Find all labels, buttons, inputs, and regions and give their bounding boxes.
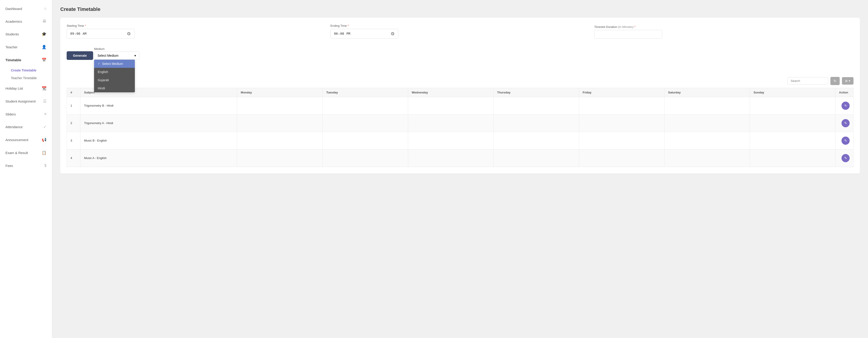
cell-saturday [664,97,750,114]
cell-tuesday [322,132,408,149]
sidebar-item-label: Student Assignment [5,100,36,103]
edit-button-row-2[interactable]: ✎ [841,119,850,127]
cell-number: 2 [67,114,81,132]
medium-selected-value: Select Medium [97,54,119,57]
col-friday: Friday [579,88,664,97]
sidebar-item-academics[interactable]: Academics 🏛 [0,15,52,28]
ending-time-group: Ending Time * [331,24,590,38]
timetable-icon: 📅 [42,58,46,62]
timeslot-input[interactable]: 60 [594,30,662,38]
medium-dropdown-menu: ✓ Select Medium English Gujarati Hindi [94,60,135,92]
dropdown-option-gujarati[interactable]: Gujarati [94,76,135,84]
sliders-icon: ≡ [44,112,46,116]
columns-button[interactable]: ⊞ ▾ [842,77,854,85]
cell-monday [237,132,322,149]
cell-friday [579,149,664,167]
sidebar-item-announcement[interactable]: Announcement 📢 [0,133,52,146]
search-input[interactable] [787,77,828,85]
timetable-submenu: Create Timetable Teacher Timetable [0,66,52,82]
sidebar-item-sliders[interactable]: Sliders ≡ [0,108,52,120]
dropdown-option-select[interactable]: ✓ Select Medium [94,60,135,68]
edit-button-row-3[interactable]: ✎ [841,137,850,145]
sidebar-item-fees[interactable]: Fees $ [0,159,52,172]
cell-number: 4 [67,149,81,167]
main-content: Create Timetable Starting Time * Ending … [52,0,868,338]
sidebar-item-label: Exam & Result [5,151,28,155]
sidebar-item-label: Timetable [5,58,21,62]
starting-time-input[interactable] [67,29,135,38]
col-thursday: Thursday [493,88,579,97]
fees-icon: $ [44,163,46,168]
cell-tuesday [322,97,408,114]
assignment-icon: ☰ [43,99,46,104]
edit-icon: ✎ [844,156,847,160]
col-sunday: Sunday [750,88,835,97]
create-timetable-card: Starting Time * Ending Time * Timeslot D… [60,18,860,173]
sidebar-item-create-timetable[interactable]: Create Timetable [8,66,52,74]
students-icon: 🎓 [42,32,46,36]
table-header-row: # Subject Monday Tuesday Wednesday Thurs… [67,88,854,97]
cell-subject: Music B - English [81,132,237,149]
cell-sunday [750,97,835,114]
edit-icon: ✎ [844,104,847,108]
edit-button-row-4[interactable]: ✎ [841,154,850,162]
cell-subject: Trigonometry A - Hindi [81,114,237,132]
medium-label: Medium [94,47,140,51]
home-icon: ⌂ [44,6,46,11]
ending-time-input[interactable] [331,29,398,38]
cell-monday [237,97,322,114]
medium-dropdown-area: Medium Select Medium ▾ ✓ Select Medium E… [94,47,140,60]
cell-action: ✎ [835,149,854,167]
holiday-icon: 📆 [42,86,46,91]
sidebar-item-dashboard[interactable]: Dashboard ⌂ [0,2,52,15]
table-body: 1 Trigonometry B - Hindi ✎ 2 Trigonometr… [67,97,854,167]
generate-button[interactable]: Generate [67,51,93,60]
cell-thursday [493,97,579,114]
col-saturday: Saturday [664,88,750,97]
sidebar-item-holiday-list[interactable]: Holiday List 📆 [0,82,52,95]
sidebar-item-exam-result[interactable]: Exam & Result 📋 [0,146,52,159]
dropdown-option-hindi[interactable]: Hindi [94,84,135,92]
col-wednesday: Wednesday [408,88,493,97]
cell-number: 1 [67,97,81,114]
sidebar-item-student-assignment[interactable]: Student Assignment ☰ [0,95,52,108]
medium-dropdown-trigger[interactable]: Select Medium ▾ [94,52,140,60]
exam-icon: 📋 [42,150,46,155]
refresh-button[interactable]: ↻ [830,77,840,85]
sidebar-item-label: Attendance [5,125,23,129]
sidebar-item-label: Dashboard [5,7,22,11]
cell-number: 3 [67,132,81,149]
columns-icon: ⊞ [845,79,847,83]
sidebar-item-attendance[interactable]: Attendance ✓ [0,120,52,133]
ending-time-label: Ending Time * [331,24,590,27]
cell-friday [579,97,664,114]
cell-monday [237,149,322,167]
cell-friday [579,132,664,149]
check-icon: ✓ [98,62,100,65]
cell-saturday [664,114,750,132]
sidebar-item-label: Sliders [5,112,16,116]
sidebar-item-label: Holiday List [5,86,23,90]
table-toolbar: ↻ ⊞ ▾ [67,77,854,85]
sidebar-item-label: Fees [5,164,13,168]
edit-button-row-1[interactable]: ✎ [841,102,850,110]
sidebar-item-teacher-timetable[interactable]: Teacher Timetable [8,74,52,82]
starting-time-group: Starting Time * [67,24,326,38]
cell-tuesday [322,114,408,132]
table-head: # Subject Monday Tuesday Wednesday Thurs… [67,88,854,97]
cell-sunday [750,114,835,132]
col-tuesday: Tuesday [322,88,408,97]
cell-wednesday [408,132,493,149]
page-title: Create Timetable [60,6,860,12]
dropdown-option-english[interactable]: English [94,68,135,76]
starting-time-label: Starting Time * [67,24,326,27]
teacher-icon: 👤 [42,45,46,50]
sidebar-item-students[interactable]: Students 🎓 [0,28,52,40]
col-action: Action [835,88,854,97]
sidebar-item-label: Students [5,32,19,36]
chevron-down-icon: ▾ [134,54,136,57]
sidebar-item-teacher[interactable]: Teacher 👤 [0,40,52,54]
sidebar-item-timetable[interactable]: Timetable 📅 [0,54,52,66]
edit-icon: ✎ [844,121,847,125]
timetable-table: # Subject Monday Tuesday Wednesday Thurs… [67,88,854,167]
